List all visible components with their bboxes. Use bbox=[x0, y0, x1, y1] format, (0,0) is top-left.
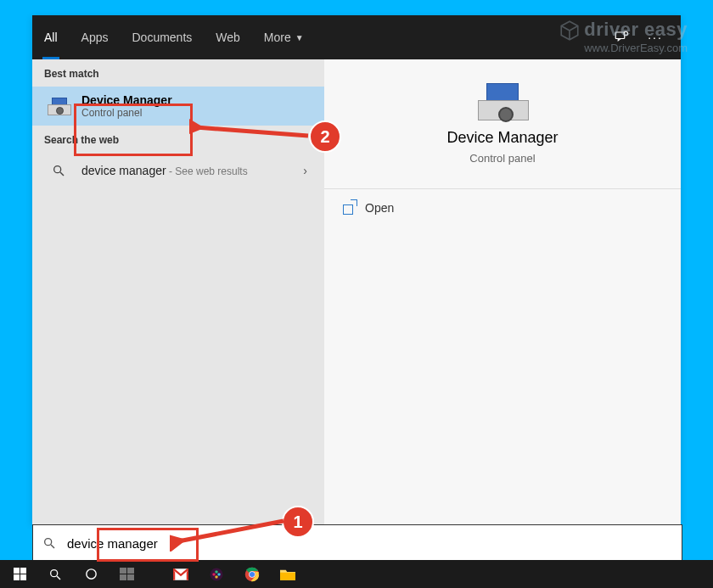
task-view-button[interactable] bbox=[112, 563, 141, 586]
svg-point-8 bbox=[86, 569, 95, 579]
taskbar-search-button[interactable] bbox=[41, 563, 70, 586]
search-icon bbox=[48, 160, 70, 182]
start-search-panel: All Apps Documents Web More▼ ··· Best ma… bbox=[32, 15, 681, 524]
svg-point-17 bbox=[250, 572, 255, 577]
start-button[interactable] bbox=[5, 563, 34, 586]
detail-title: Device Manager bbox=[446, 129, 558, 147]
chevron-right-icon: › bbox=[303, 164, 312, 177]
detail-pane: Device Manager Control panel Open bbox=[324, 59, 681, 524]
result-title: Device Manager bbox=[81, 93, 172, 107]
svg-point-6 bbox=[51, 569, 58, 576]
search-tabs: All Apps Documents Web More▼ ··· bbox=[32, 15, 681, 59]
svg-rect-12 bbox=[218, 573, 221, 575]
action-open[interactable]: Open bbox=[324, 189, 681, 227]
tab-apps[interactable]: Apps bbox=[70, 15, 121, 59]
open-icon bbox=[343, 202, 355, 214]
svg-point-4 bbox=[45, 539, 52, 546]
tab-all[interactable]: All bbox=[32, 15, 70, 59]
chevron-down-icon: ▼ bbox=[295, 33, 304, 42]
web-query-text: device manager bbox=[81, 164, 166, 177]
result-subtitle: Control panel bbox=[81, 107, 172, 119]
search-input[interactable] bbox=[65, 535, 682, 552]
svg-line-7 bbox=[57, 576, 60, 580]
svg-rect-11 bbox=[213, 573, 216, 575]
taskbar-app-chrome[interactable] bbox=[238, 563, 267, 586]
result-device-manager[interactable]: Device Manager Control panel bbox=[32, 87, 324, 126]
action-open-label: Open bbox=[365, 201, 394, 215]
section-best-match: Best match bbox=[32, 59, 324, 87]
search-bar bbox=[32, 524, 682, 562]
detail-icon bbox=[478, 81, 527, 124]
tab-web[interactable]: Web bbox=[204, 15, 252, 59]
detail-subtitle: Control panel bbox=[469, 152, 535, 165]
svg-rect-18 bbox=[280, 572, 295, 580]
result-web-search[interactable]: device manager - See web results › bbox=[32, 153, 324, 188]
svg-point-2 bbox=[54, 166, 61, 173]
device-manager-icon bbox=[48, 95, 70, 117]
svg-line-5 bbox=[51, 545, 54, 548]
taskbar-app-gmail[interactable] bbox=[166, 563, 195, 586]
tab-more[interactable]: More▼ bbox=[252, 15, 316, 59]
cortana-button[interactable] bbox=[76, 563, 105, 586]
taskbar-app-slack[interactable] bbox=[202, 563, 231, 586]
taskbar bbox=[0, 560, 713, 588]
options-button[interactable]: ··· bbox=[643, 25, 667, 49]
search-icon bbox=[33, 536, 65, 550]
tab-documents[interactable]: Documents bbox=[120, 15, 204, 59]
feedback-button[interactable] bbox=[609, 25, 633, 49]
web-suffix: - See web results bbox=[166, 165, 248, 177]
svg-rect-13 bbox=[216, 570, 218, 573]
svg-line-3 bbox=[60, 172, 64, 176]
section-search-web: Search the web bbox=[32, 126, 324, 153]
taskbar-app-explorer[interactable] bbox=[273, 563, 302, 586]
results-list: Best match Device Manager Control panel … bbox=[32, 59, 324, 524]
svg-rect-14 bbox=[216, 575, 218, 578]
svg-rect-0 bbox=[615, 32, 625, 39]
svg-point-10 bbox=[211, 568, 223, 580]
